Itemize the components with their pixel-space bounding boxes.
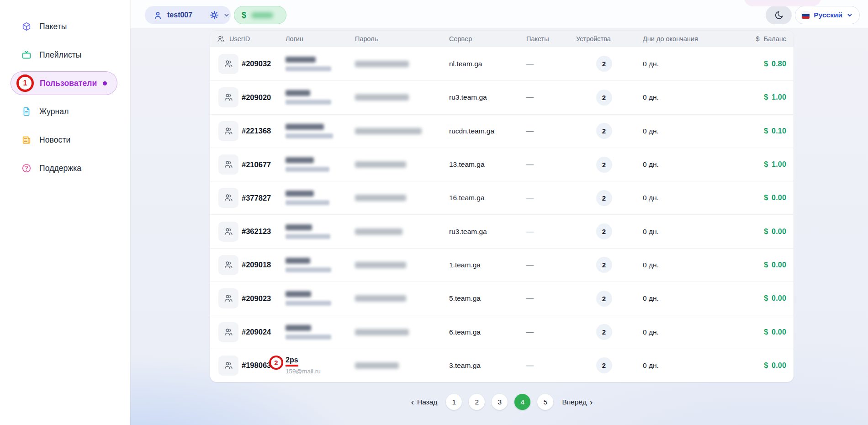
column-header-login: Логин bbox=[286, 35, 355, 42]
theme-toggle-button[interactable] bbox=[766, 6, 792, 24]
sidebar-item-packages[interactable]: Пакеты bbox=[11, 15, 117, 38]
pagination-prev-button[interactable]: ‹ Назад bbox=[409, 398, 439, 406]
pagination-page-1[interactable]: 1 bbox=[446, 394, 462, 410]
password-cell bbox=[355, 61, 449, 67]
table-row[interactable]: #377827 16.team.ga — 2 0 дн. $ 0.00 bbox=[210, 181, 794, 214]
packages: — bbox=[526, 60, 576, 68]
balance-cell: $ 0.00 bbox=[734, 194, 786, 202]
balance-cell: $ 1.00 bbox=[734, 93, 786, 101]
server: 13.team.ga bbox=[449, 160, 526, 169]
devices-badge: 2 bbox=[596, 123, 612, 139]
column-header-devices: Устройства bbox=[576, 35, 643, 42]
account-menu[interactable]: test007 bbox=[145, 6, 231, 24]
table-row[interactable]: #209023 5.team.ga — 2 0 дн. $ 0.00 bbox=[210, 282, 794, 315]
packages: — bbox=[526, 228, 576, 236]
days-remaining: 0 дн. bbox=[643, 261, 734, 269]
devices-badge: 2 bbox=[596, 56, 612, 72]
user-id: #209023 bbox=[242, 294, 286, 303]
table-row[interactable]: #209032 nl.team.ga — 2 0 дн. $ 0.80 bbox=[210, 47, 794, 80]
user-id: #209020 bbox=[242, 93, 286, 102]
russia-flag-icon bbox=[802, 12, 810, 19]
login-redacted bbox=[286, 258, 355, 272]
moon-icon bbox=[774, 10, 784, 20]
sidebar-item-playlists[interactable]: Плейлисты bbox=[11, 43, 117, 67]
dollar-icon: $ bbox=[764, 93, 768, 101]
topbar: test007 $ Русский bbox=[130, 0, 868, 29]
password-redacted bbox=[355, 128, 422, 134]
days-remaining: 0 дн. bbox=[643, 228, 734, 236]
balance-cell: $ 0.00 bbox=[734, 294, 786, 303]
password-redacted bbox=[355, 61, 409, 67]
password-redacted bbox=[355, 362, 399, 369]
balance-cell: $ 0.10 bbox=[734, 127, 786, 135]
login-redacted bbox=[286, 191, 355, 205]
sidebar-item-label: Журнал bbox=[39, 107, 69, 117]
pagination-next-button[interactable]: Вперёд › bbox=[560, 398, 594, 406]
sidebar-item-label: Пакеты bbox=[39, 22, 67, 32]
gear-icon[interactable] bbox=[210, 11, 219, 20]
sidebar-item-label: Плейлисты bbox=[39, 50, 82, 60]
pagination-page-4-active[interactable]: 4 bbox=[514, 394, 530, 410]
chevron-down-icon[interactable] bbox=[223, 12, 230, 18]
balance-value: 0.00 bbox=[772, 194, 786, 202]
table-row[interactable]: #209020 ru3.team.ga — 2 0 дн. $ 1.00 bbox=[210, 80, 794, 114]
login-redacted bbox=[286, 291, 355, 306]
login-cell bbox=[286, 191, 355, 205]
dollar-icon: $ bbox=[756, 35, 760, 42]
balance-value: 0.00 bbox=[772, 328, 786, 336]
login-cell bbox=[286, 157, 355, 172]
login-redacted bbox=[286, 224, 355, 239]
user-icon bbox=[153, 11, 163, 20]
login-value[interactable]: 2ps bbox=[286, 356, 298, 367]
table-row[interactable]: #362123 ru3.team.ga — 2 0 дн. $ 0.00 bbox=[210, 214, 794, 248]
table-row[interactable]: #209018 1.team.ga — 2 0 дн. $ 0.00 bbox=[210, 248, 794, 282]
password-redacted bbox=[355, 195, 406, 201]
column-header-server: Сервер bbox=[449, 35, 526, 42]
server: 5.team.ga bbox=[449, 294, 526, 303]
days-remaining: 0 дн. bbox=[643, 127, 734, 135]
packages: — bbox=[526, 194, 576, 202]
sidebar-item-analytics[interactable]: Аналитика bbox=[11, 0, 117, 3]
row-users-icon bbox=[218, 255, 238, 275]
pagination-page-2[interactable]: 2 bbox=[469, 394, 485, 410]
user-id: #209032 bbox=[242, 59, 286, 68]
users-table-card: UserID Логин Пароль Сервер Пакеты Устрой… bbox=[210, 31, 794, 382]
login-cell bbox=[286, 90, 355, 105]
table-row[interactable]: #210677 13.team.ga — 2 0 дн. $ 1.00 bbox=[210, 148, 794, 181]
server: ru3.team.ga bbox=[449, 228, 526, 236]
balance-value: 1.00 bbox=[772, 160, 786, 169]
days-remaining: 0 дн. bbox=[643, 60, 734, 68]
packages: — bbox=[526, 160, 576, 169]
balance-value: 1.00 bbox=[772, 93, 786, 101]
dollar-icon: $ bbox=[764, 361, 768, 370]
login-redacted bbox=[286, 157, 355, 172]
user-id: #209024 bbox=[242, 328, 286, 336]
pagination-page-3[interactable]: 3 bbox=[492, 394, 508, 410]
table-header: UserID Логин Пароль Сервер Пакеты Устрой… bbox=[210, 31, 794, 47]
news-icon bbox=[21, 134, 32, 145]
dollar-icon: $ bbox=[764, 328, 768, 336]
sidebar-item-journal[interactable]: Журнал bbox=[11, 100, 117, 123]
packages: — bbox=[526, 328, 576, 336]
pagination-page-5[interactable]: 5 bbox=[537, 394, 553, 410]
user-id: #210677 bbox=[242, 160, 286, 169]
server: nl.team.ga bbox=[449, 60, 526, 68]
row-users-icon bbox=[218, 222, 238, 242]
balance-pill[interactable]: $ bbox=[234, 6, 286, 24]
row-users-icon bbox=[218, 121, 238, 141]
table-row[interactable]: #198063 2ps 159@mail.ru 3.team.ga — 2 0 … bbox=[210, 349, 794, 382]
server: 1.team.ga bbox=[449, 261, 526, 269]
tv-icon bbox=[21, 49, 32, 60]
sidebar-item-support[interactable]: Поддержка bbox=[11, 156, 117, 180]
balance-value: 0.10 bbox=[772, 127, 786, 135]
table-row[interactable]: #209024 6.team.ga — 2 0 дн. $ 0.00 bbox=[210, 315, 794, 348]
login-cell bbox=[286, 124, 355, 138]
table-row[interactable]: #221368 rucdn.team.ga — 2 0 дн. $ 0.10 bbox=[210, 114, 794, 148]
login-cell bbox=[286, 291, 355, 306]
language-selector[interactable]: Русский bbox=[795, 6, 860, 24]
sidebar-item-news[interactable]: Новости bbox=[11, 128, 117, 152]
password-cell bbox=[355, 94, 449, 101]
row-users-icon bbox=[218, 288, 238, 308]
sidebar-item-label: Новости bbox=[39, 135, 70, 145]
balance-cell: $ 0.80 bbox=[734, 60, 786, 68]
